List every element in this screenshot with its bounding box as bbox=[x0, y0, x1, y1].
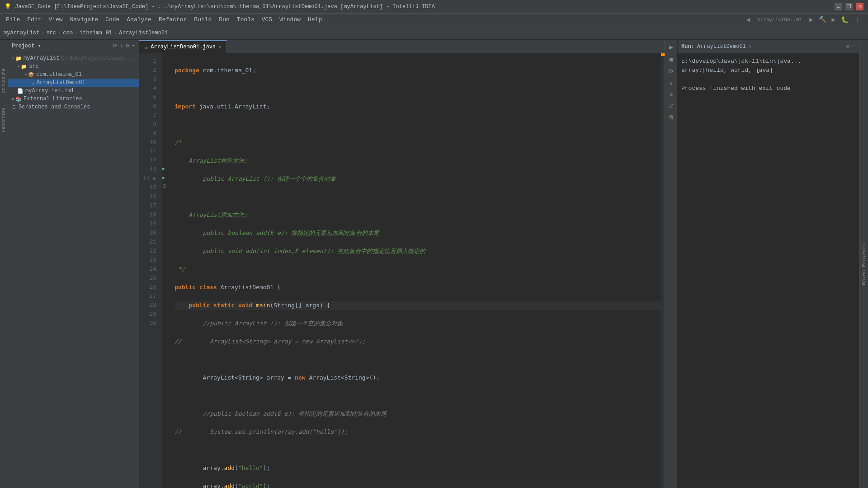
run-output: E:\develop\Java\jdk-11\bin\java... array… bbox=[678, 53, 859, 488]
sidebar-gear-icon[interactable]: ⚙ bbox=[126, 42, 129, 49]
ln-13: 13 bbox=[139, 165, 158, 174]
tree-item-arraylistdemo01[interactable]: ☕ ArrayListDemo01 bbox=[8, 79, 139, 87]
top-right-toolbar: ◀ ArrayListDe..01 ▶ 🔨 ▶ 🐛 ⋮ bbox=[741, 15, 866, 24]
run-rerun-icon[interactable]: ⟳ bbox=[667, 66, 676, 77]
toolbar-build-icon[interactable]: 🔨 bbox=[817, 15, 828, 24]
run-area: ▶ ◼ ⟳ ⇓ ⚙ 🖨 🗑 Run: ArrayListDemo01 ✕ ⚙ bbox=[665, 40, 859, 488]
breadcrumb-bar: myArrayList › src › com › itheima_01 › A… bbox=[0, 26, 868, 40]
code-area[interactable]: package com.itheima_01; import java.util… bbox=[171, 53, 661, 488]
structure-icon[interactable]: Structure bbox=[0, 67, 7, 95]
run-stop-icon[interactable]: ◼ bbox=[667, 54, 675, 65]
toolbar-run-icon[interactable]: ▶ bbox=[830, 15, 837, 24]
run-play-icon[interactable]: ▶ bbox=[667, 42, 675, 53]
sidebar-sync-icon[interactable]: ⟳ bbox=[113, 42, 117, 49]
run-class-button[interactable]: ▶ bbox=[162, 165, 171, 174]
favorites-icon[interactable]: Favorites bbox=[0, 106, 7, 134]
ln-27: 27 bbox=[139, 292, 158, 301]
ln-6: 6 bbox=[139, 102, 158, 111]
java-file-icon: ☕ bbox=[32, 80, 35, 86]
run-gutter: ▶ ▶ bbox=[162, 53, 171, 488]
project-sidebar: Project ▾ ⟳ ⇕ ⚙ — ▾ 📁 myArrayList E:\Ide… bbox=[8, 40, 139, 488]
code-line-22 bbox=[175, 446, 661, 455]
menu-tools[interactable]: Tools bbox=[233, 14, 258, 25]
run-label: Run: bbox=[681, 43, 694, 50]
project-tree: ▾ 📁 myArrayList E:\IdeaProjects\JavaS...… bbox=[8, 52, 139, 488]
run-tab-name[interactable]: ArrayListDemo01 bbox=[697, 43, 746, 50]
menu-run[interactable]: Run bbox=[215, 14, 233, 25]
run-settings-gear[interactable]: ⚙ bbox=[846, 43, 849, 50]
ln-8: 8 bbox=[139, 120, 158, 129]
nav-com[interactable]: com bbox=[63, 30, 73, 36]
tab-filename: ArrayListDemo01.java bbox=[151, 44, 216, 50]
tab-close-button[interactable]: ✕ bbox=[218, 44, 221, 50]
run-toolbar: ▶ ◼ ⟳ ⇓ ⚙ 🖨 🗑 bbox=[665, 40, 678, 488]
src-folder-icon: 📁 bbox=[21, 64, 27, 70]
nav-itheima[interactable]: itheima_01 bbox=[80, 30, 112, 36]
menu-view[interactable]: View bbox=[45, 14, 66, 25]
run-compare-icon[interactable]: 🗑 bbox=[667, 112, 676, 122]
ln-25: 25 bbox=[139, 274, 158, 283]
code-line-14: public static void main(String[] args) { bbox=[175, 301, 661, 310]
menu-file[interactable]: File bbox=[2, 14, 24, 25]
ln-2: 2 bbox=[139, 66, 158, 75]
nav-project[interactable]: myArrayList bbox=[4, 30, 39, 36]
ln-16: 16 bbox=[139, 192, 158, 202]
sidebar-controls: ⟳ ⇕ ⚙ — bbox=[113, 42, 135, 49]
menu-navigate[interactable]: Navigate bbox=[66, 14, 102, 25]
tree-item-scratches[interactable]: 🗒 Scratches and Consoles bbox=[8, 103, 139, 111]
forward-icon[interactable]: ▶ bbox=[807, 15, 815, 24]
close-button[interactable]: ✕ bbox=[856, 3, 863, 10]
tree-item-package[interactable]: ▾ 📦 com.itheima_01 bbox=[8, 70, 139, 79]
menu-edit[interactable]: Edit bbox=[24, 14, 45, 25]
run-scroll-end-icon[interactable]: ⇓ bbox=[668, 78, 675, 89]
run-path-line: E:\develop\Java\jdk-11\bin\java... bbox=[681, 57, 855, 66]
menu-analyze[interactable]: Analyze bbox=[123, 14, 155, 25]
back-icon[interactable]: ◀ bbox=[745, 15, 752, 24]
nav-class[interactable]: ArrayListDemo01 bbox=[119, 30, 168, 36]
minimize-button[interactable]: – bbox=[835, 3, 842, 10]
line-numbers: 1 2 3 4 5 6 7 8 9 10 11 12 13 14 ▶ 15 16 bbox=[139, 53, 162, 488]
code-line-5: /* bbox=[175, 138, 661, 147]
code-line-21: // System.out.println(array.add("hello")… bbox=[175, 427, 661, 436]
ln-22: 22 bbox=[139, 247, 158, 256]
sidebar-collapse-icon[interactable]: ⇕ bbox=[120, 42, 123, 49]
sidebar-close-icon[interactable]: — bbox=[132, 42, 135, 49]
toolbar-more-icon[interactable]: ⋮ bbox=[852, 15, 862, 24]
run-tab-close[interactable]: ✕ bbox=[749, 44, 751, 49]
menu-build[interactable]: Build bbox=[190, 14, 215, 25]
folder-icon: 📁 bbox=[15, 56, 22, 61]
menu-code[interactable]: Code bbox=[102, 14, 123, 25]
menu-window[interactable]: Window bbox=[276, 14, 304, 25]
ln-23: 23 bbox=[139, 256, 158, 265]
nav-src[interactable]: src bbox=[46, 30, 56, 36]
tree-item-myarraylist[interactable]: ▾ 📁 myArrayList E:\IdeaProjects\JavaS... bbox=[8, 54, 139, 62]
menu-refactor[interactable]: Refactor bbox=[155, 14, 190, 25]
error-marker bbox=[661, 53, 665, 56]
ln-14: 14 ▶ bbox=[139, 174, 158, 183]
toolbar-debug-icon[interactable]: 🐛 bbox=[839, 15, 850, 24]
run-main-button[interactable]: ▶ bbox=[162, 174, 171, 183]
ln-18: 18 bbox=[139, 211, 158, 220]
code-line-18: ArrayList<String> array = new ArrayList<… bbox=[175, 373, 661, 382]
maven-projects-sidebar[interactable]: Maven Projects bbox=[859, 40, 868, 488]
maximize-button[interactable]: ❒ bbox=[845, 3, 853, 10]
ln-20: 20 bbox=[139, 229, 158, 238]
run-settings-icon[interactable]: ⚙ bbox=[668, 89, 675, 100]
editor-tab-arraylistdemo01[interactable]: ☕ ArrayListDemo01.java ✕ bbox=[139, 40, 227, 53]
ln-12: 12 bbox=[139, 156, 158, 165]
menu-vcs[interactable]: VCS bbox=[258, 14, 276, 25]
run-exit-line: Process finished with exit code bbox=[681, 84, 855, 93]
run-filter-icon[interactable]: 🖨 bbox=[667, 101, 676, 111]
tree-label-src: src bbox=[29, 63, 39, 70]
expand-arrow-src: ▾ bbox=[17, 64, 20, 69]
tree-item-external-libs[interactable]: ▶ 📚 External Libraries bbox=[8, 95, 139, 103]
expand-arrow-pkg: ▾ bbox=[24, 72, 27, 77]
project-dropdown[interactable]: Project ▾ bbox=[12, 42, 41, 49]
menu-help[interactable]: Help bbox=[304, 14, 326, 25]
tree-item-iml[interactable]: 📄 myArrayList.iml bbox=[8, 87, 139, 95]
title-bar-controls: – ❒ ✕ bbox=[835, 3, 863, 10]
tree-item-src[interactable]: ▾ 📁 src bbox=[8, 62, 139, 70]
run-close-icon[interactable]: — bbox=[852, 43, 855, 50]
ln-11: 11 bbox=[139, 147, 158, 156]
iml-icon: 📄 bbox=[17, 88, 24, 94]
